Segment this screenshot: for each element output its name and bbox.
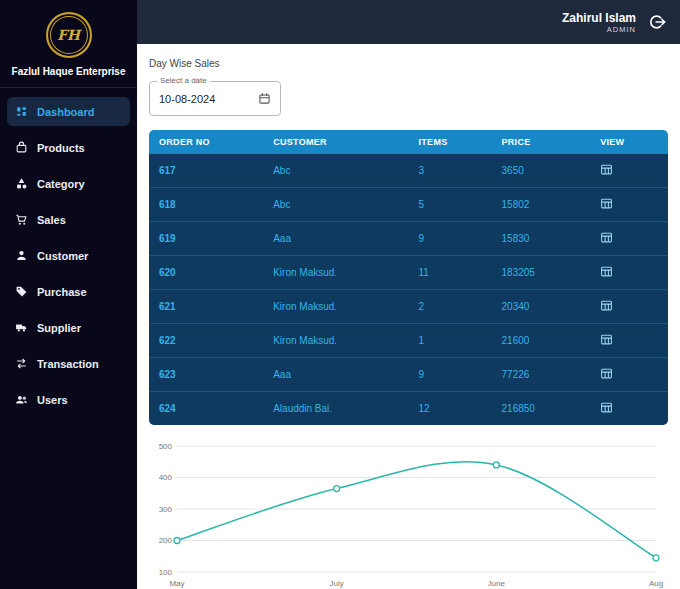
svg-text:300: 300 (159, 505, 173, 514)
products-icon (15, 141, 28, 154)
sidebar-item-label: Transaction (37, 358, 99, 370)
sidebar-item-label: Products (37, 142, 85, 154)
column-header-customer: CUSTOMER (263, 130, 408, 154)
monthly-sales-chart-container: 100200300400500MayJulyJuneAug Chart: Mon… (149, 438, 668, 589)
day-wise-sales-table: ORDER NO CUSTOMER ITEMS PRICE VIEW 617 A… (149, 130, 668, 425)
dashboard-icon (15, 105, 28, 118)
customer-cell: Kiron Maksud. (263, 324, 408, 358)
sidebar-item-users[interactable]: Users (7, 385, 130, 414)
column-header-price: PRICE (492, 130, 591, 154)
top-header: Zahirul Islam ADMIN (137, 0, 680, 44)
logo-monogram: FH (57, 27, 80, 43)
customer-cell: Abc (263, 154, 408, 188)
sidebar-item-products[interactable]: Products (7, 133, 130, 162)
sidebar-item-dashboard[interactable]: Dashboard (7, 97, 130, 126)
svg-text:July: July (330, 579, 344, 588)
customer-cell: Aaa (263, 222, 408, 256)
customer-cell: Abc (263, 188, 408, 222)
sidebar-item-purchase[interactable]: Purchase (7, 277, 130, 306)
price-cell: 15830 (492, 222, 591, 256)
svg-text:May: May (169, 579, 184, 588)
customer-cell: Alauddin Bai. (263, 392, 408, 425)
sidebar-item-transaction[interactable]: Transaction (7, 349, 130, 378)
view-icon[interactable] (600, 401, 613, 414)
date-picker-label: Select a date (157, 76, 210, 85)
app-root: FH Fazlul Haque Enterprise Dashboard Pro… (0, 0, 680, 589)
order-no-cell: 621 (149, 290, 263, 324)
table-row: 617 Abc 3 3650 (149, 154, 668, 188)
brand-logo: FH (0, 0, 137, 58)
view-icon[interactable] (600, 231, 613, 244)
table-body: 617 Abc 3 3650 618 Abc 5 15802 619 (149, 154, 668, 425)
logout-icon[interactable] (646, 11, 668, 33)
column-header-view: VIEW (590, 130, 668, 154)
content-area: Zahirul Islam ADMIN Day Wise Sales Selec… (137, 0, 680, 589)
items-cell: 2 (408, 290, 491, 324)
items-cell: 3 (408, 154, 491, 188)
order-no-cell: 624 (149, 392, 263, 425)
users-icon (15, 393, 28, 406)
user-block: Zahirul Islam ADMIN (562, 11, 636, 34)
brand-name: Fazlul Haque Enterprise (0, 58, 137, 88)
sidebar-nav: Dashboard Products Category Sales (0, 88, 137, 430)
date-picker-value: 10-08-2024 (159, 93, 215, 105)
transaction-icon (15, 357, 28, 370)
price-cell: 20340 (492, 290, 591, 324)
customer-cell: Aaa (263, 358, 408, 392)
table-row: 621 Kiron Maksud. 2 20340 (149, 290, 668, 324)
order-no-cell: 622 (149, 324, 263, 358)
user-role-badge: ADMIN (562, 25, 636, 34)
items-cell: 5 (408, 188, 491, 222)
view-icon[interactable] (600, 197, 613, 210)
customer-cell: Kiron Maksud. (263, 290, 408, 324)
table-row: 620 Kiron Maksud. 11 183205 (149, 256, 668, 290)
column-header-order-no: ORDER NO (149, 130, 263, 154)
sidebar-item-label: Dashboard (37, 106, 94, 118)
price-cell: 77226 (492, 358, 591, 392)
order-no-cell: 623 (149, 358, 263, 392)
sidebar-item-label: Users (37, 394, 68, 406)
sidebar-item-label: Sales (37, 214, 66, 226)
order-no-cell: 617 (149, 154, 263, 188)
view-icon[interactable] (600, 163, 613, 176)
table-row: 619 Aaa 9 15830 (149, 222, 668, 256)
sidebar-item-supplier[interactable]: Supplier (7, 313, 130, 342)
user-name: Zahirul Islam (562, 11, 636, 25)
customer-icon (15, 249, 28, 262)
sidebar-item-category[interactable]: Category (7, 169, 130, 198)
order-no-cell: 620 (149, 256, 263, 290)
svg-text:June: June (488, 579, 506, 588)
sidebar-item-customer[interactable]: Customer (7, 241, 130, 270)
items-cell: 9 (408, 358, 491, 392)
view-icon[interactable] (600, 265, 613, 278)
calendar-icon[interactable] (258, 92, 271, 105)
view-icon[interactable] (600, 367, 613, 380)
svg-text:400: 400 (159, 473, 173, 482)
main-panel: Day Wise Sales Select a date 10-08-2024 … (137, 44, 680, 589)
view-icon[interactable] (600, 299, 613, 312)
table-row: 624 Alauddin Bai. 12 216850 (149, 392, 668, 425)
svg-text:100: 100 (159, 568, 173, 577)
purchase-icon (15, 285, 28, 298)
price-cell: 216850 (492, 392, 591, 425)
svg-text:Aug: Aug (649, 579, 663, 588)
price-cell: 15802 (492, 188, 591, 222)
sidebar-item-label: Supplier (37, 322, 81, 334)
customer-cell: Kiron Maksud. (263, 256, 408, 290)
column-header-items: ITEMS (408, 130, 491, 154)
sidebar-item-sales[interactable]: Sales (7, 205, 130, 234)
view-icon[interactable] (600, 333, 613, 346)
price-cell: 3650 (492, 154, 591, 188)
price-cell: 183205 (492, 256, 591, 290)
logo-emblem: FH (46, 12, 92, 58)
monthly-sales-chart: 100200300400500MayJulyJuneAug (149, 438, 668, 589)
items-cell: 9 (408, 222, 491, 256)
items-cell: 12 (408, 392, 491, 425)
supplier-icon (15, 321, 28, 334)
table-header: ORDER NO CUSTOMER ITEMS PRICE VIEW (149, 130, 668, 154)
svg-text:200: 200 (159, 536, 173, 545)
order-no-cell: 619 (149, 222, 263, 256)
sidebar-item-label: Category (37, 178, 85, 190)
items-cell: 11 (408, 256, 491, 290)
date-picker[interactable]: Select a date 10-08-2024 (149, 81, 281, 116)
